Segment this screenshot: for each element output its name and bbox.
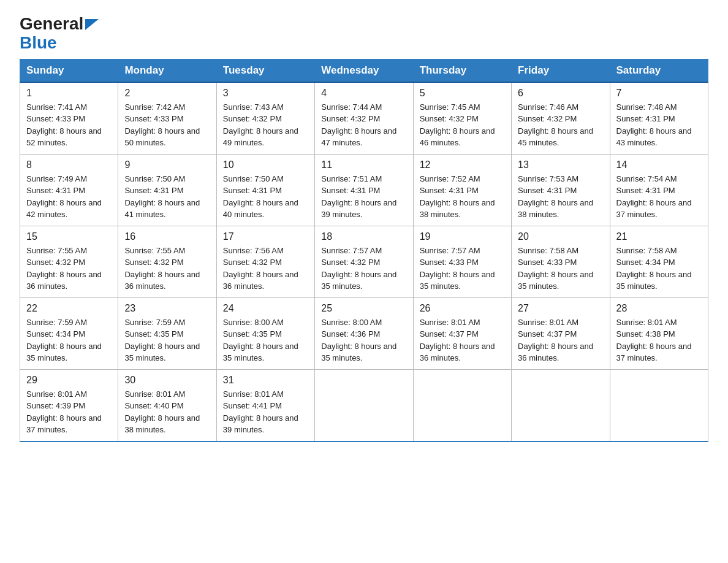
calendar-week-row: 29 Sunrise: 8:01 AMSunset: 4:39 PMDaylig… — [20, 369, 708, 442]
calendar-cell: 4 Sunrise: 7:44 AMSunset: 4:32 PMDayligh… — [315, 82, 413, 155]
logo: General Blue — [20, 15, 99, 53]
column-header-saturday: Saturday — [610, 59, 708, 82]
day-info: Sunrise: 7:53 AMSunset: 4:31 PMDaylight:… — [518, 174, 593, 220]
day-info: Sunrise: 7:41 AMSunset: 4:33 PMDaylight:… — [26, 102, 102, 148]
day-number: 1 — [26, 88, 112, 99]
calendar-cell: 20 Sunrise: 7:58 AMSunset: 4:33 PMDaylig… — [512, 226, 610, 297]
day-number: 14 — [616, 159, 702, 170]
calendar-cell: 23 Sunrise: 7:59 AMSunset: 4:35 PMDaylig… — [118, 297, 216, 369]
day-info: Sunrise: 7:59 AMSunset: 4:34 PMDaylight:… — [26, 318, 102, 363]
day-number: 27 — [518, 303, 603, 314]
calendar-cell: 19 Sunrise: 7:57 AMSunset: 4:33 PMDaylig… — [413, 226, 511, 297]
page-header: General Blue — [20, 15, 708, 53]
day-info: Sunrise: 7:59 AMSunset: 4:35 PMDaylight:… — [124, 318, 200, 363]
day-number: 30 — [124, 375, 210, 386]
day-info: Sunrise: 8:00 AMSunset: 4:35 PMDaylight:… — [223, 318, 298, 363]
day-number: 12 — [420, 159, 505, 170]
calendar-cell: 30 Sunrise: 8:01 AMSunset: 4:40 PMDaylig… — [118, 369, 216, 442]
day-number: 2 — [124, 88, 210, 99]
day-info: Sunrise: 8:01 AMSunset: 4:39 PMDaylight:… — [26, 389, 102, 435]
day-number: 7 — [616, 88, 702, 99]
day-info: Sunrise: 7:54 AMSunset: 4:31 PMDaylight:… — [616, 174, 692, 220]
calendar-cell: 5 Sunrise: 7:45 AMSunset: 4:32 PMDayligh… — [413, 82, 511, 155]
day-info: Sunrise: 7:48 AMSunset: 4:31 PMDaylight:… — [616, 102, 692, 148]
calendar-cell: 22 Sunrise: 7:59 AMSunset: 4:34 PMDaylig… — [20, 297, 118, 369]
day-number: 22 — [26, 303, 112, 314]
day-number: 13 — [518, 159, 603, 170]
day-info: Sunrise: 7:58 AMSunset: 4:33 PMDaylight:… — [518, 246, 593, 291]
day-info: Sunrise: 7:49 AMSunset: 4:31 PMDaylight:… — [26, 174, 102, 220]
day-number: 6 — [518, 88, 603, 99]
day-number: 3 — [223, 88, 308, 99]
calendar-week-row: 22 Sunrise: 7:59 AMSunset: 4:34 PMDaylig… — [20, 297, 708, 369]
calendar-cell: 2 Sunrise: 7:42 AMSunset: 4:33 PMDayligh… — [118, 82, 216, 155]
day-number: 31 — [223, 375, 308, 386]
column-header-tuesday: Tuesday — [216, 59, 314, 82]
day-number: 5 — [420, 88, 505, 99]
calendar-cell: 14 Sunrise: 7:54 AMSunset: 4:31 PMDaylig… — [610, 154, 708, 226]
day-number: 28 — [616, 303, 702, 314]
calendar-header-row: SundayMondayTuesdayWednesdayThursdayFrid… — [20, 59, 708, 82]
day-number: 18 — [321, 231, 406, 242]
day-info: Sunrise: 7:42 AMSunset: 4:33 PMDaylight:… — [124, 102, 200, 148]
day-info: Sunrise: 8:01 AMSunset: 4:40 PMDaylight:… — [124, 389, 200, 435]
calendar-cell: 10 Sunrise: 7:50 AMSunset: 4:31 PMDaylig… — [216, 154, 314, 226]
calendar-cell — [315, 369, 413, 442]
calendar-cell: 13 Sunrise: 7:53 AMSunset: 4:31 PMDaylig… — [512, 154, 610, 226]
day-number: 17 — [223, 231, 308, 242]
calendar-cell: 24 Sunrise: 8:00 AMSunset: 4:35 PMDaylig… — [216, 297, 314, 369]
day-info: Sunrise: 8:01 AMSunset: 4:37 PMDaylight:… — [420, 318, 495, 363]
day-info: Sunrise: 7:43 AMSunset: 4:32 PMDaylight:… — [223, 102, 298, 148]
day-info: Sunrise: 7:55 AMSunset: 4:32 PMDaylight:… — [124, 246, 200, 291]
day-info: Sunrise: 8:01 AMSunset: 4:37 PMDaylight:… — [518, 318, 593, 363]
day-info: Sunrise: 7:44 AMSunset: 4:32 PMDaylight:… — [321, 102, 396, 148]
calendar-week-row: 15 Sunrise: 7:55 AMSunset: 4:32 PMDaylig… — [20, 226, 708, 297]
day-number: 15 — [26, 231, 112, 242]
logo-arrow-icon — [85, 19, 99, 30]
day-info: Sunrise: 8:00 AMSunset: 4:36 PMDaylight:… — [321, 318, 396, 363]
calendar-week-row: 1 Sunrise: 7:41 AMSunset: 4:33 PMDayligh… — [20, 82, 708, 155]
column-header-monday: Monday — [118, 59, 216, 82]
calendar-cell: 11 Sunrise: 7:51 AMSunset: 4:31 PMDaylig… — [315, 154, 413, 226]
column-header-thursday: Thursday — [413, 59, 511, 82]
day-info: Sunrise: 7:50 AMSunset: 4:31 PMDaylight:… — [124, 174, 200, 220]
day-number: 26 — [420, 303, 505, 314]
calendar-cell — [413, 369, 511, 442]
day-info: Sunrise: 7:58 AMSunset: 4:34 PMDaylight:… — [616, 246, 692, 291]
svg-marker-0 — [85, 19, 99, 30]
calendar-cell: 7 Sunrise: 7:48 AMSunset: 4:31 PMDayligh… — [610, 82, 708, 155]
calendar-week-row: 8 Sunrise: 7:49 AMSunset: 4:31 PMDayligh… — [20, 154, 708, 226]
calendar-table: SundayMondayTuesdayWednesdayThursdayFrid… — [20, 59, 708, 442]
calendar-cell: 6 Sunrise: 7:46 AMSunset: 4:32 PMDayligh… — [512, 82, 610, 155]
day-info: Sunrise: 7:51 AMSunset: 4:31 PMDaylight:… — [321, 174, 396, 220]
calendar-cell: 28 Sunrise: 8:01 AMSunset: 4:38 PMDaylig… — [610, 297, 708, 369]
calendar-cell — [512, 369, 610, 442]
calendar-cell: 21 Sunrise: 7:58 AMSunset: 4:34 PMDaylig… — [610, 226, 708, 297]
day-info: Sunrise: 7:45 AMSunset: 4:32 PMDaylight:… — [420, 102, 495, 148]
calendar-cell — [610, 369, 708, 442]
calendar-cell: 31 Sunrise: 8:01 AMSunset: 4:41 PMDaylig… — [216, 369, 314, 442]
day-number: 4 — [321, 88, 406, 99]
day-info: Sunrise: 8:01 AMSunset: 4:38 PMDaylight:… — [616, 318, 692, 363]
day-number: 11 — [321, 159, 406, 170]
calendar-cell: 29 Sunrise: 8:01 AMSunset: 4:39 PMDaylig… — [20, 369, 118, 442]
day-info: Sunrise: 7:46 AMSunset: 4:32 PMDaylight:… — [518, 102, 593, 148]
calendar-cell: 15 Sunrise: 7:55 AMSunset: 4:32 PMDaylig… — [20, 226, 118, 297]
calendar-cell: 18 Sunrise: 7:57 AMSunset: 4:32 PMDaylig… — [315, 226, 413, 297]
calendar-cell: 3 Sunrise: 7:43 AMSunset: 4:32 PMDayligh… — [216, 82, 314, 155]
calendar-cell: 26 Sunrise: 8:01 AMSunset: 4:37 PMDaylig… — [413, 297, 511, 369]
calendar-cell: 16 Sunrise: 7:55 AMSunset: 4:32 PMDaylig… — [118, 226, 216, 297]
column-header-wednesday: Wednesday — [315, 59, 413, 82]
day-number: 16 — [124, 231, 210, 242]
calendar-cell: 12 Sunrise: 7:52 AMSunset: 4:31 PMDaylig… — [413, 154, 511, 226]
day-info: Sunrise: 7:52 AMSunset: 4:31 PMDaylight:… — [420, 174, 495, 220]
day-number: 19 — [420, 231, 505, 242]
day-info: Sunrise: 7:50 AMSunset: 4:31 PMDaylight:… — [223, 174, 298, 220]
calendar-cell: 9 Sunrise: 7:50 AMSunset: 4:31 PMDayligh… — [118, 154, 216, 226]
day-number: 24 — [223, 303, 308, 314]
day-number: 21 — [616, 231, 702, 242]
day-number: 8 — [26, 159, 112, 170]
day-info: Sunrise: 7:57 AMSunset: 4:32 PMDaylight:… — [321, 246, 396, 291]
day-info: Sunrise: 7:56 AMSunset: 4:32 PMDaylight:… — [223, 246, 298, 291]
day-number: 9 — [124, 159, 210, 170]
